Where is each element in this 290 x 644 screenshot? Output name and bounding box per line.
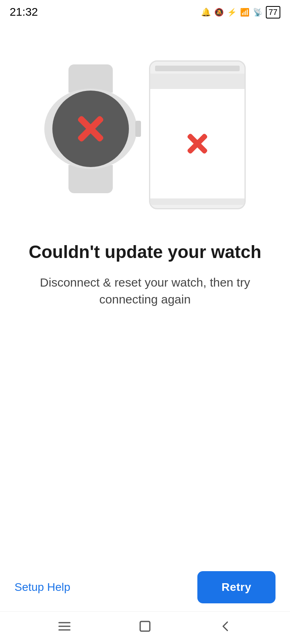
phone-illustration	[149, 60, 246, 209]
menu-icon	[57, 619, 72, 634]
error-subtitle: Disconnect & reset your watch, then try …	[24, 274, 266, 308]
vibrate-icon: 🔕	[214, 8, 224, 17]
phone-screen	[150, 89, 244, 198]
back-triangle-icon	[218, 619, 233, 634]
nav-back-button[interactable]	[213, 618, 238, 634]
nav-home-button[interactable]	[133, 618, 157, 634]
watch-band-bottom	[68, 165, 113, 193]
nav-bar	[0, 611, 290, 644]
watch-crown	[135, 121, 141, 137]
bottom-action-bar: Setup Help Retry	[0, 563, 290, 611]
phone-header-bar	[150, 74, 244, 89]
phone-error-icon	[183, 130, 211, 158]
error-title: Couldn't update your watch	[29, 242, 261, 263]
home-square-icon	[138, 619, 152, 634]
status-time: 21:32	[10, 6, 38, 19]
watch-body	[44, 89, 137, 169]
wifi-icon: 📶	[240, 8, 250, 17]
illustration-area	[0, 24, 290, 225]
status-bar: 21:32 🔔 🔕 ⚡ 📶 📡 77	[0, 0, 290, 24]
status-icons: 🔔 🔕 ⚡ 📶 📡 77	[201, 6, 280, 19]
retry-button[interactable]: Retry	[197, 571, 276, 603]
phone-camera-bar	[155, 66, 240, 71]
watch-illustration	[44, 64, 137, 193]
battery-indicator: 77	[266, 6, 280, 19]
main-content: Couldn't update your watch Disconnect & …	[0, 225, 290, 563]
notification-icon: 🔔	[201, 7, 211, 17]
watch-error-icon	[72, 111, 109, 147]
watch-face	[52, 91, 129, 167]
signal-icon: 📡	[253, 8, 263, 17]
bluetooth-icon: ⚡	[227, 8, 237, 17]
nav-menu-button[interactable]	[52, 618, 77, 634]
phone-bottom-bar	[150, 198, 244, 205]
svg-rect-3	[140, 621, 150, 631]
setup-help-button[interactable]: Setup Help	[14, 577, 70, 598]
